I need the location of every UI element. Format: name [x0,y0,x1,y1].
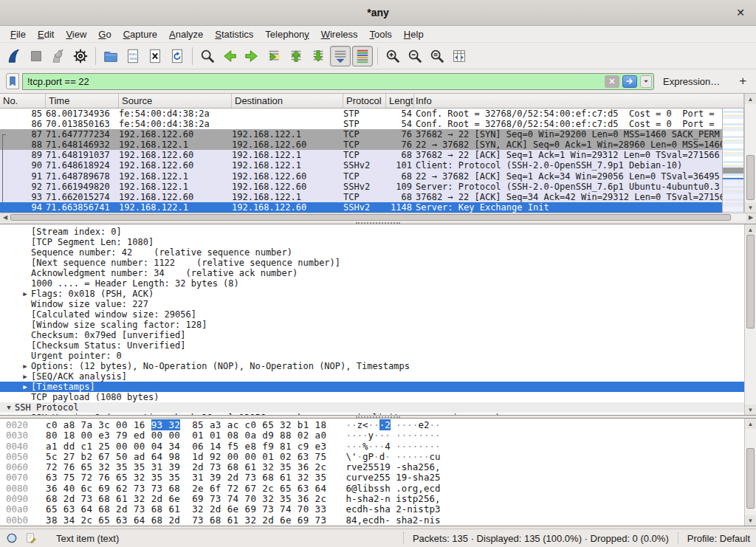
menu-telephony[interactable]: Telephony [259,27,315,41]
display-filter-input[interactable] [23,74,603,89]
column-header-protocol[interactable]: Protocol [343,94,386,108]
colorize-button[interactable] [352,46,373,66]
scroll-thumb[interactable] [746,235,755,328]
detail-line[interactable]: Urgent pointer: 0 [0,351,744,361]
detail-line[interactable]: ▶Options: (12 bytes), No-Operation (NOP)… [0,361,744,371]
detail-line[interactable]: ▶Flags: 0x018 (PSH, ACK) [0,289,744,299]
expand-arrow-icon[interactable]: ▶ [19,413,31,415]
detail-line[interactable]: [Next sequence number: 1122 (relative se… [0,258,744,268]
scroll-up-arrow[interactable]: ▲ [745,94,756,104]
status-profile[interactable]: Profile: Default [687,533,750,544]
column-header-info[interactable]: Info [414,94,744,108]
expand-arrow-icon[interactable]: ▶ [19,371,31,382]
menu-wireless[interactable]: Wireless [315,27,364,41]
detail-line[interactable]: [Window size scaling factor: 128] [0,320,744,330]
menu-go[interactable]: Go [92,27,117,41]
scroll-thumb[interactable] [746,155,755,200]
hscroll-thumb[interactable] [10,214,731,221]
menu-help[interactable]: Help [398,27,430,41]
hex-bytes[interactable]: 38 34 2c 65 63 64 68 2d 73 68 61 32 2d 6… [46,515,326,526]
restart-capture-button[interactable] [48,46,69,66]
column-header-source[interactable]: Source [119,94,232,108]
detail-line[interactable]: ▶[Timestamps] [0,382,744,392]
collapse-arrow-icon[interactable]: ▼ [3,402,15,413]
hex-row-00a0[interactable]: 00a065 63 64 68 2d 73 68 61 32 2d 6e 69 … [6,504,744,515]
packet-row-92[interactable]: 9271.661949820192.168.122.1192.168.122.6… [0,182,722,192]
hex-bytes[interactable]: 72 76 65 32 35 35 31 39 2d 73 68 61 32 3… [46,461,326,472]
intelligent-scrollbar-minimap[interactable] [722,109,744,213]
column-header-time[interactable]: Time [46,94,119,108]
hex-ascii[interactable]: ··z<···2 ····e2·· [346,419,440,430]
scroll-right-arrow[interactable]: ▶ [746,213,756,221]
scroll-up-arrow[interactable]: ▲ [745,419,756,429]
go-to-packet-button[interactable] [264,46,284,66]
packet-row-93[interactable]: 9371.662015274192.168.122.60192.168.122.… [0,192,722,202]
hex-row-0080[interactable]: 008036 40 6c 69 62 73 73 68 2e 6f 72 67 … [6,484,744,494]
detail-line[interactable]: 1000 .... = Header Length: 32 bytes (8) [0,278,744,289]
hex-bytes[interactable]: a1 dd c1 25 00 00 04 34 06 14 f5 e8 f9 8… [46,441,326,452]
scroll-track[interactable] [746,104,755,202]
hex-row-00b0[interactable]: 00b038 34 2c 65 63 64 68 2d 73 68 61 32 … [6,515,744,526]
capture-options-button[interactable] [70,46,91,66]
menu-file[interactable]: File [4,27,32,41]
hex-ascii[interactable]: ecdh-sha 2-nistp3 [346,503,440,515]
column-header-destination[interactable]: Destination [232,94,343,108]
packet-row-94[interactable]: 9471.663856741192.168.122.1192.168.122.6… [0,202,722,213]
hex-ascii[interactable]: ···%···4 ········ [346,441,440,452]
detail-line[interactable]: Window size value: 227 [0,299,744,309]
start-capture-button[interactable] [4,46,24,66]
packet-row-89[interactable]: 8971.648191037192.168.122.60192.168.122.… [0,150,722,160]
expand-arrow-icon[interactable]: ▶ [19,361,31,371]
scroll-track[interactable] [746,429,755,515]
zoom-in-button[interactable] [382,46,403,66]
capture-comment-button[interactable] [25,531,38,545]
expand-arrow-icon[interactable]: ▶ [19,289,31,299]
filter-add-button[interactable]: + [735,74,751,89]
hex-ascii[interactable]: 84,ecdh- sha2-nis [346,515,440,526]
hex-ascii[interactable]: h-sha2-n istp256, [346,493,440,504]
hex-ascii[interactable]: curve255 19-sha25 [346,472,440,483]
column-header-no[interactable]: No. [0,94,46,108]
expression-button[interactable]: Expression… [663,76,720,87]
filter-bookmark-button[interactable] [6,73,19,89]
scroll-down-arrow[interactable]: ▼ [745,405,756,415]
packet-row-88[interactable]: 8871.648146932192.168.122.1192.168.122.6… [0,140,722,150]
packet-row-85[interactable]: 8568.001734936fe:54:00:d4:38:2aSTP54Conf… [0,109,722,119]
hex-ascii[interactable]: 6@libssh .org,ecd [346,483,440,494]
detail-line[interactable]: [Calculated window size: 29056] [0,309,744,320]
detail-line[interactable]: [Stream index: 0] [0,227,744,237]
hex-ascii[interactable]: \'·gP·d· ······cu [346,451,440,462]
packet-row-90[interactable]: 9071.648618924192.168.122.60192.168.122.… [0,160,722,171]
detail-line[interactable]: ▶[SEQ/ACK analysis] [0,371,744,382]
hex-bytes[interactable]: 68 2d 73 68 61 32 2d 6e 69 73 74 70 32 3… [46,493,326,504]
packet-row-87[interactable]: 8771.647777234192.168.122.60192.168.122.… [0,129,722,140]
hex-row-0090[interactable]: 009068 2d 73 68 61 32 2d 6e 69 73 74 70 … [6,494,744,504]
packet-row-86[interactable]: 8670.013850163fe:54:00:d4:38:2aSTP54Conf… [0,119,722,129]
hex-bytes[interactable]: 65 63 64 68 2d 73 68 61 32 2d 6e 69 73 7… [46,503,326,515]
filter-apply-button[interactable] [622,75,637,88]
hex-bytes[interactable]: 5c 27 b2 67 50 ad 64 98 1d 92 00 00 01 0… [46,451,326,462]
close-button[interactable]: ✕ [734,7,747,18]
hex-bytes[interactable]: 63 75 72 76 65 32 35 35 31 39 2d 73 68 6… [46,472,326,483]
hex-ascii[interactable]: rve25519 -sha256, [346,461,440,472]
open-file-button[interactable] [100,46,121,66]
detail-line[interactable]: Sequence number: 42 (relative sequence n… [0,247,744,258]
scroll-down-arrow[interactable]: ▼ [745,202,756,213]
hex-row-0030[interactable]: 003080 18 00 e3 79 ed 00 00 01 01 08 0a … [6,430,744,441]
scroll-up-arrow[interactable]: ▲ [745,224,756,235]
detail-line[interactable]: TCP payload (1080 bytes) [0,392,744,402]
auto-scroll-button[interactable] [330,46,351,66]
save-file-button[interactable]: 01011010 [123,46,143,66]
packet-row-91[interactable]: 9171.648789678192.168.122.1192.168.122.6… [0,171,722,182]
details-vscrollbar[interactable]: ▲ ▼ [744,224,756,415]
expand-arrow-icon[interactable]: ▶ [19,382,31,392]
hex-bytes[interactable]: 36 40 6c 69 62 73 73 68 2e 6f 72 67 2c 6… [46,483,326,494]
detail-line[interactable]: [TCP Segment Len: 1080] [0,237,744,247]
hex-ascii[interactable]: ····y··· ········ [346,430,440,441]
zoom-out-button[interactable] [405,46,425,66]
menu-tools[interactable]: Tools [364,27,398,41]
expert-info-button[interactable] [6,531,19,545]
stop-capture-button[interactable] [26,46,47,66]
close-file-button[interactable] [145,46,165,66]
bytes-vscrollbar[interactable]: ▲ ▼ [744,419,756,526]
